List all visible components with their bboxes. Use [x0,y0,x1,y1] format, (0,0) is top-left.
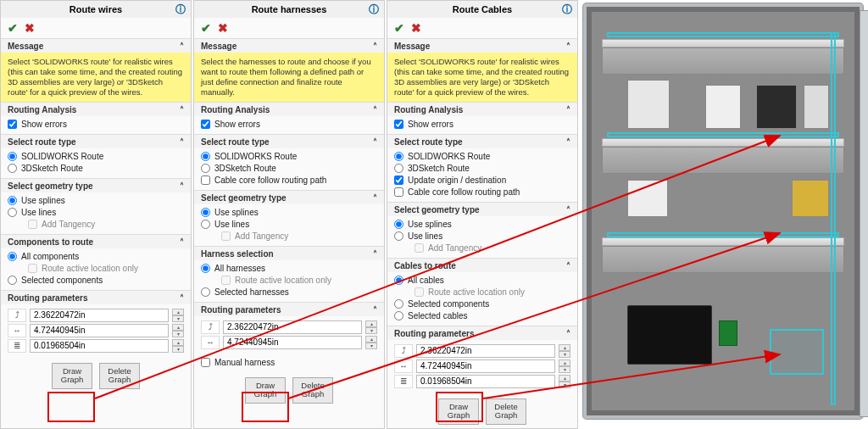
geo-lines[interactable]: Use lines [394,231,570,242]
help-icon[interactable]: ⓘ [369,3,379,17]
draw-graph-button[interactable]: Draw Graph [438,398,479,426]
draw-graph-button[interactable]: Draw Graph [245,377,286,404]
spinner[interactable]: ▴▾ [559,344,570,358]
show-errors-row[interactable]: Show errors [201,119,377,131]
param-input-0[interactable]: 2.36220472in [416,344,555,358]
chevron-up-icon[interactable]: ˄ [566,261,570,270]
route-type-radio-3d[interactable] [8,164,17,173]
update-origin-checkbox[interactable] [394,176,403,185]
spinner[interactable]: ▴▾ [365,336,377,349]
show-errors-checkbox[interactable] [394,120,403,129]
route-type-radio-3d[interactable] [201,164,210,173]
draw-graph-button[interactable]: Draw Graph [52,363,92,390]
show-errors-checkbox[interactable] [201,120,210,129]
spinner[interactable]: ▴▾ [172,339,184,353]
chevron-up-icon[interactable]: ˄ [566,137,570,147]
cable-core-checkbox[interactable] [394,187,403,197]
manual-harness-checkbox[interactable] [201,358,210,367]
geo-lines[interactable]: Use lines [201,219,377,231]
delete-graph-button[interactable]: Delete Graph [99,363,140,390]
route-type-radio-sw[interactable] [394,152,403,161]
cables-all-radio[interactable] [394,276,403,285]
geo-splines-radio[interactable] [201,208,210,217]
chevron-up-icon[interactable]: ˄ [180,293,184,303]
route-type-radio-sw[interactable] [201,152,210,161]
route-type-3d[interactable]: 3DSketch Route [394,163,570,175]
manual-harness[interactable]: Manual harness [201,357,377,369]
chevron-up-icon[interactable]: ˄ [373,193,377,203]
geo-splines[interactable]: Use splines [201,207,377,219]
chevron-up-icon[interactable]: ˄ [566,42,570,51]
geo-lines-radio[interactable] [394,231,403,241]
ok-icon[interactable]: ✔ [201,21,211,35]
chevron-up-icon[interactable]: ˄ [373,249,377,259]
cables-sel-cab-radio[interactable] [394,311,403,320]
geo-splines-radio[interactable] [394,220,403,229]
cables-sel-cab[interactable]: Selected cables [394,310,570,322]
spinner[interactable]: ▴▾ [559,375,570,388]
route-type-3d[interactable]: 3DSketch Route [201,163,377,175]
help-icon[interactable]: ⓘ [562,3,572,17]
cancel-icon[interactable]: ✖ [218,21,228,35]
param-input-2[interactable]: 0.01968504in [416,375,555,388]
comp-all[interactable]: All components [8,251,184,263]
chevron-up-icon[interactable]: ˄ [566,105,570,114]
cables-all[interactable]: All cables [394,275,570,287]
chevron-up-icon[interactable]: ˄ [180,42,184,51]
cancel-icon[interactable]: ✖ [25,21,35,35]
chevron-up-icon[interactable]: ˄ [180,105,184,114]
spinner[interactable]: ▴▾ [172,309,184,322]
3d-viewport[interactable] [580,0,868,429]
chevron-up-icon[interactable]: ˄ [180,237,184,247]
param-input-1[interactable]: 4.72440945in [416,359,555,373]
ok-icon[interactable]: ✔ [8,21,18,35]
geo-splines-radio[interactable] [8,196,17,205]
param-input-2[interactable]: 0.01968504in [30,339,169,353]
route-type-3d[interactable]: 3DSketch Route [8,163,184,175]
geo-splines[interactable]: Use splines [394,219,570,231]
harn-all-radio[interactable] [201,264,210,273]
chevron-up-icon[interactable]: ˄ [373,42,377,51]
comp-selected[interactable]: Selected components [8,275,184,287]
param-input-1[interactable]: 4.72440945in [30,324,169,337]
cable-core-follow[interactable]: Cable core follow routing path [394,187,570,198]
cables-sel-comp-radio[interactable] [394,299,403,309]
chevron-up-icon[interactable]: ˄ [180,137,184,147]
spinner[interactable]: ▴▾ [559,359,570,373]
cable-core-follow[interactable]: Cable core follow routing path [201,175,377,187]
route-type-sw[interactable]: SOLIDWORKS Route [394,151,570,163]
chevron-up-icon[interactable]: ˄ [373,305,377,315]
help-icon[interactable]: ⓘ [175,3,186,17]
spinner[interactable]: ▴▾ [172,324,184,337]
cable-core-checkbox[interactable] [201,176,210,185]
geo-lines-radio[interactable] [201,220,210,229]
harn-all[interactable]: All harnesses [201,263,377,275]
harn-selected-radio[interactable] [201,287,210,297]
chevron-up-icon[interactable]: ˄ [180,181,184,191]
comp-selected-radio[interactable] [8,276,17,285]
spinner[interactable]: ▴▾ [365,320,377,334]
chevron-up-icon[interactable]: ˄ [373,105,377,114]
geo-lines-radio[interactable] [8,208,17,217]
chevron-up-icon[interactable]: ˄ [566,329,570,338]
comp-all-radio[interactable] [8,252,17,261]
update-origin[interactable]: Update origin / destination [394,175,570,187]
route-type-radio-sw[interactable] [8,152,17,161]
geo-splines[interactable]: Use splines [8,195,184,207]
geo-lines[interactable]: Use lines [8,207,184,219]
param-input-0[interactable]: 2.36220472in [223,320,362,334]
chevron-up-icon[interactable]: ˄ [373,137,377,147]
delete-graph-button[interactable]: Delete Graph [486,398,526,426]
route-type-radio-3d[interactable] [394,164,403,173]
param-input-0[interactable]: 2.36220472in [30,309,169,322]
param-input-1[interactable]: 4.72440945in [223,336,362,349]
route-type-sw[interactable]: SOLIDWORKS Route [201,151,377,163]
ok-icon[interactable]: ✔ [394,21,404,35]
delete-graph-button[interactable]: Delete Graph [292,377,333,404]
route-type-sw[interactable]: SOLIDWORKS Route [8,151,184,163]
show-errors-row[interactable]: Show errors [394,119,570,131]
harn-selected[interactable]: Selected harnesses [201,287,377,298]
cancel-icon[interactable]: ✖ [411,21,421,35]
show-errors-row[interactable]: Show errors [8,119,184,131]
show-errors-checkbox[interactable] [8,120,17,129]
